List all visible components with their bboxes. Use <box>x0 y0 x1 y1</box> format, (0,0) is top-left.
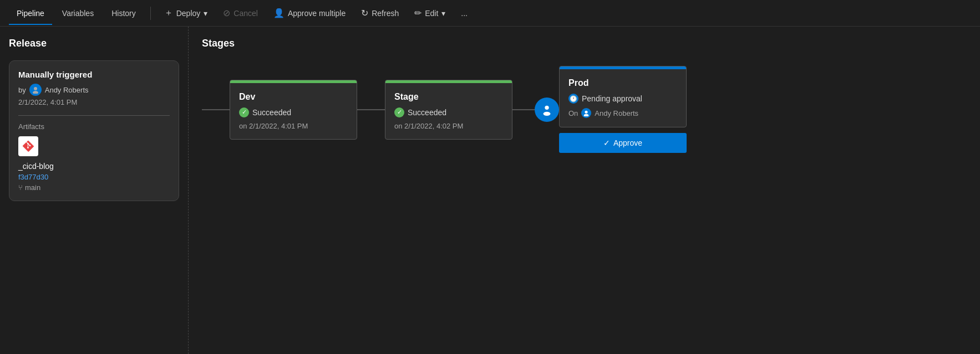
cancel-icon: ⊘ <box>223 8 230 18</box>
prod-connector-wrapper <box>512 98 559 122</box>
prod-stage-wrapper: Prod 🕐 Pending approval On <box>559 66 687 153</box>
more-label: ... <box>461 9 468 18</box>
cancel-button[interactable]: ⊘ Cancel <box>216 4 265 22</box>
stage-card-dev[interactable]: Dev ✓ Succeeded on 2/1/2022, 4:01 PM <box>230 80 357 140</box>
clock-icon-prod: 🕐 <box>568 94 578 104</box>
approver-avatar <box>581 108 591 118</box>
stage-body-stage: Stage ✓ Succeeded on 2/1/2022, 4:02 PM <box>385 83 512 139</box>
stage-status-text-stage: Succeeded <box>408 108 446 117</box>
approve-multiple-button[interactable]: 👤 Approve multiple <box>267 4 352 22</box>
on-row-prod: On Andy Roberts <box>568 108 677 118</box>
checkmark-icon: ✓ <box>603 138 610 147</box>
chevron-down-icon-edit: ▾ <box>441 9 445 18</box>
branch-name: main <box>25 183 40 192</box>
branch-icon: ⑂ <box>18 183 23 192</box>
stage-card-prod[interactable]: Prod 🕐 Pending approval On <box>559 66 687 127</box>
tab-history[interactable]: History <box>104 2 144 24</box>
git-icon <box>18 136 38 156</box>
chevron-down-icon: ▾ <box>204 9 207 18</box>
approve-btn-label: Approve <box>613 138 642 147</box>
plus-icon: ＋ <box>164 7 173 19</box>
more-button[interactable]: ... <box>454 6 474 21</box>
topbar: Pipeline Variables History ＋ Deploy ▾ ⊘ … <box>0 0 980 27</box>
stages-title: Stages <box>202 38 967 49</box>
success-icon-dev: ✓ <box>239 107 249 117</box>
artifact-item: _cicd-blog f3d77d30 ⑂ main <box>18 136 170 192</box>
svg-point-4 <box>585 111 588 114</box>
tab-variables[interactable]: Variables <box>54 2 101 24</box>
svg-point-1 <box>33 91 38 94</box>
edit-icon: ✏ <box>414 8 422 18</box>
success-icon-stage: ✓ <box>394 107 404 117</box>
approver-circle <box>535 98 559 122</box>
refresh-label: Refresh <box>372 9 399 18</box>
stage-card-stage[interactable]: Stage ✓ Succeeded on 2/1/2022, 4:02 PM <box>385 80 512 140</box>
artifact-branch: ⑂ main <box>18 183 170 192</box>
edit-label: Edit <box>425 9 438 18</box>
stage-name-prod: Prod <box>568 78 677 88</box>
divider <box>150 7 151 20</box>
svg-point-3 <box>544 111 551 115</box>
deploy-label: Deploy <box>176 9 201 18</box>
author-avatar <box>29 84 42 96</box>
artifact-name: _cicd-blog <box>18 162 170 171</box>
release-card: Manually triggered by Andy Roberts 2/1/2… <box>9 60 179 201</box>
approve-button[interactable]: ✓ Approve <box>559 133 687 153</box>
card-divider <box>18 115 170 116</box>
stage-time-dev: on 2/1/2022, 4:01 PM <box>239 122 348 130</box>
svg-point-0 <box>34 87 37 90</box>
stage-name-stage: Stage <box>394 92 503 102</box>
by-row: by Andy Roberts <box>18 84 170 96</box>
refresh-button[interactable]: ↻ Refresh <box>354 4 405 22</box>
tab-pipeline[interactable]: Pipeline <box>9 2 52 24</box>
artifacts-label: Artifacts <box>18 122 170 131</box>
release-title: Release <box>9 38 179 49</box>
right-panel: Stages Dev ✓ Succeeded on 2/1/2022, 4:01… <box>189 27 980 354</box>
stage-name-dev: Dev <box>239 92 348 102</box>
author-name: Andy Roberts <box>45 86 89 94</box>
main-content: Release Manually triggered by Andy Rober… <box>0 27 980 354</box>
deploy-button[interactable]: ＋ Deploy ▾ <box>158 4 215 22</box>
stage-status-text-prod: Pending approval <box>582 94 642 103</box>
connector-dev-stage <box>357 109 385 110</box>
triggered-title: Manually triggered <box>18 70 170 79</box>
person-icon: 👤 <box>273 8 285 18</box>
approver-name: Andy Roberts <box>595 109 638 117</box>
refresh-icon: ↻ <box>361 8 368 18</box>
connector-start <box>202 109 230 110</box>
left-panel: Release Manually triggered by Andy Rober… <box>0 27 189 354</box>
by-label: by <box>18 86 26 94</box>
stage-body-dev: Dev ✓ Succeeded on 2/1/2022, 4:01 PM <box>230 83 357 139</box>
cancel-label: Cancel <box>233 9 258 18</box>
svg-point-2 <box>545 105 549 109</box>
stage-status-dev: ✓ Succeeded <box>239 107 348 117</box>
stage-status-stage: ✓ Succeeded <box>394 107 503 117</box>
stage-status-prod: 🕐 Pending approval <box>568 94 677 104</box>
edit-button[interactable]: ✏ Edit ▾ <box>408 4 452 22</box>
stage-time-stage: on 2/1/2022, 4:02 PM <box>394 122 503 130</box>
on-label: On <box>568 109 578 117</box>
svg-point-5 <box>584 114 589 116</box>
trigger-timestamp: 2/1/2022, 4:01 PM <box>18 98 170 106</box>
stages-container: Dev ✓ Succeeded on 2/1/2022, 4:01 PM Sta… <box>202 66 967 153</box>
stage-body-prod: Prod 🕐 Pending approval On <box>560 69 686 127</box>
approve-multiple-label: Approve multiple <box>288 9 346 18</box>
stage-status-text-dev: Succeeded <box>252 108 291 117</box>
artifact-commit[interactable]: f3d77d30 <box>18 173 170 181</box>
